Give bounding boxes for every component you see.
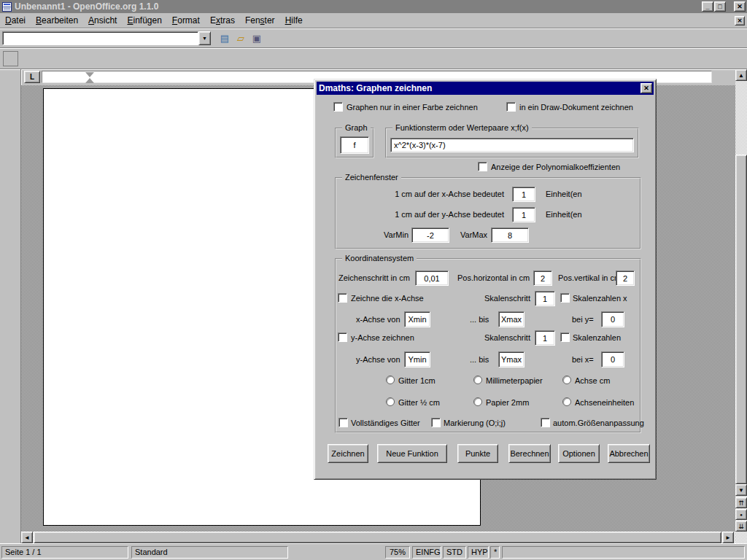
writer-document-icon: [2, 2, 12, 12]
draw-y-axis-checkbox[interactable]: [338, 332, 347, 342]
maximize-button[interactable]: □: [714, 1, 726, 12]
menu-item[interactable]: Fenster: [240, 14, 280, 27]
pos-vertikal-field[interactable]: 2: [616, 271, 635, 286]
status-zoom[interactable]: 75%: [385, 546, 410, 559]
papier-2mm-label: Papier 2mm: [486, 398, 529, 407]
gitter-halb-label: Gitter ½ cm: [398, 398, 440, 407]
dmaths-dialog: Dmaths: Graphen zeichnen ✕ Graphen nur i…: [314, 79, 657, 480]
vollstaendiges-gitter-checkbox[interactable]: [338, 418, 348, 427]
abbrechen-button[interactable]: Abbrechen: [608, 444, 650, 463]
scroll-right-icon[interactable]: ►: [722, 532, 734, 543]
gitter-1cm-radio[interactable]: [386, 376, 395, 384]
tab-stop-selector[interactable]: L: [24, 71, 40, 83]
function-term-field[interactable]: x^2*(x-3)*(x-7): [390, 138, 634, 152]
dialog-close-icon[interactable]: ✕: [640, 83, 652, 93]
toolbar-icon[interactable]: [2, 71, 18, 87]
url-dropdown-button[interactable]: ▼: [198, 31, 211, 45]
single-color-checkbox[interactable]: [333, 102, 343, 112]
close-document-icon[interactable]: ✕: [735, 16, 745, 26]
status-insert-mode[interactable]: EINFG: [412, 546, 441, 559]
menu-item[interactable]: Datei: [0, 14, 31, 27]
status-page-style[interactable]: Standard: [131, 546, 288, 559]
pos-horizontal-field[interactable]: 2: [533, 271, 552, 286]
y-skalenschritt-field[interactable]: 1: [535, 330, 555, 346]
scroll-down-icon[interactable]: ▼: [735, 484, 747, 496]
punkte-button[interactable]: Punkte: [457, 444, 498, 463]
achseneinheiten-label: Achseneinheiten: [575, 398, 634, 407]
minimize-button[interactable]: _: [702, 1, 713, 12]
close-button[interactable]: ✕: [734, 1, 746, 12]
menu-item[interactable]: Extras: [205, 14, 240, 27]
zeichenschritt-field[interactable]: 0,01: [415, 271, 449, 286]
graph-name-field[interactable]: f: [340, 136, 369, 154]
varmax-field[interactable]: 8: [491, 228, 529, 243]
menu-item[interactable]: Bearbeiten: [31, 14, 83, 27]
zeichnen-button[interactable]: Zeichnen: [328, 444, 368, 463]
achse-cm-label: Achse cm: [575, 376, 610, 385]
optionen-button[interactable]: Optionen: [558, 444, 600, 463]
varmin-field[interactable]: -2: [411, 228, 449, 243]
menu-item[interactable]: Einfügen: [122, 14, 166, 27]
poly-coefficients-checkbox[interactable]: [478, 162, 487, 171]
autosize-checkbox[interactable]: [541, 418, 550, 427]
gitter-halb-radio[interactable]: [386, 397, 395, 406]
dialog-title-bar[interactable]: Dmaths: Graphen zeichnen ✕: [317, 82, 654, 95]
x-skalenzahlen-checkbox[interactable]: [560, 293, 570, 303]
zeichenfenster-label: Zeichenfenster: [342, 173, 401, 182]
x-scale-field[interactable]: 1: [512, 187, 535, 202]
horizontal-scrollbar[interactable]: ◄ ►: [21, 532, 735, 543]
xmin-field[interactable]: Xmin: [404, 311, 430, 327]
horizontal-scroll-thumb[interactable]: [34, 532, 721, 543]
varmin-label: VarMin: [384, 230, 409, 239]
zeichenschritt-label: Zeichenschritt in cm: [338, 273, 410, 282]
menu-item[interactable]: Format: [167, 14, 205, 27]
pos-horizontal-label: Pos.horizontal in cm: [457, 273, 530, 282]
y-scale-field[interactable]: 1: [512, 207, 535, 222]
berechnen-button[interactable]: Berechnen: [508, 444, 551, 463]
menu-item[interactable]: Ansicht: [83, 14, 122, 27]
status-hyperlink-mode[interactable]: HYP: [468, 546, 489, 559]
ymax-field[interactable]: Ymax: [498, 351, 525, 368]
achseneinheiten-radio[interactable]: [562, 397, 571, 406]
next-page-icon[interactable]: ⇊: [735, 521, 747, 532]
y-achse-von-label: y-Achse von: [356, 355, 400, 364]
bei-y-field[interactable]: 0: [601, 311, 624, 327]
y-skalenzahlen-checkbox[interactable]: [560, 332, 570, 342]
margin-marker[interactable]: [85, 72, 94, 83]
status-page: Seite 1 / 1: [1, 546, 128, 559]
scroll-left-icon[interactable]: ◄: [21, 532, 33, 543]
save-icon[interactable]: ▣: [249, 30, 265, 46]
vertical-scroll-thumb[interactable]: [735, 155, 747, 484]
pos-vertikal-label: Pos.vertikal in cm: [558, 273, 621, 282]
navigation-icon[interactable]: ●: [735, 509, 747, 520]
achse-cm-radio[interactable]: [562, 376, 571, 384]
papier-2mm-radio[interactable]: [473, 397, 482, 406]
draw-document-label: in ein Draw-Dokument zeichnen: [519, 103, 633, 112]
draw-document-checkbox[interactable]: [506, 102, 516, 112]
url-input[interactable]: [2, 31, 198, 45]
status-selection-mode[interactable]: STD: [443, 546, 466, 559]
ymin-field[interactable]: Ymin: [404, 351, 430, 368]
draw-x-axis-checkbox[interactable]: [338, 293, 347, 303]
open-icon[interactable]: ▱: [233, 30, 249, 46]
new-document-icon[interactable]: ▤: [217, 30, 233, 46]
vertical-scrollbar[interactable]: ▲ ▼ ⇈ ● ⇊: [735, 69, 747, 543]
previous-page-icon[interactable]: ⇈: [735, 497, 747, 508]
bei-x-field[interactable]: 0: [601, 351, 624, 368]
millimeterpapier-radio[interactable]: [473, 376, 482, 384]
x-scale-unit-label: Einheit(en: [546, 190, 639, 198]
bei-y-label: bei y=: [572, 315, 594, 324]
markierung-checkbox[interactable]: [431, 418, 441, 427]
menu-item[interactable]: Hilfe: [280, 14, 308, 27]
title-bar[interactable]: Unbenannt1 - OpenOffice.org 1.1.0 _ □ ✕: [0, 0, 747, 13]
x-skalenschritt-field[interactable]: 1: [535, 291, 555, 306]
vollstaendiges-gitter-label: Vollständiges Gitter: [351, 419, 420, 427]
dmaths-icon[interactable]: [3, 51, 18, 66]
markierung-label: Markierung (O;i;j): [444, 419, 506, 427]
single-color-label: Graphen nur in einer Farbe zeichnen: [347, 103, 478, 112]
scroll-up-icon[interactable]: ▲: [735, 69, 747, 81]
koordinatensystem-label: Koordinatensystem: [342, 254, 417, 262]
xmax-field[interactable]: Xmax: [498, 311, 525, 327]
x-scale-label: 1 cm auf der x-Achse bedeutet: [358, 190, 504, 198]
neue-funktion-button[interactable]: Neue Funktion: [377, 444, 447, 463]
